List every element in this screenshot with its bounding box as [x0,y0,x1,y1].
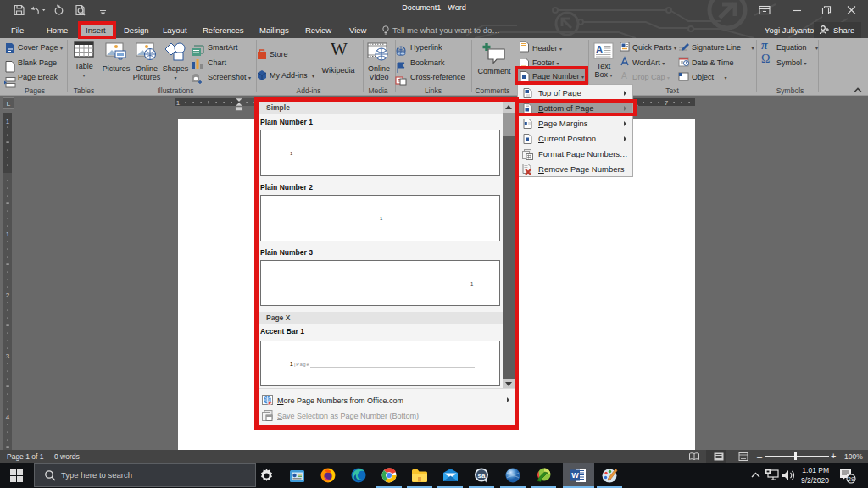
svg-text:2: 2 [6,291,10,299]
svg-text:3: 3 [6,352,10,360]
svg-text:sa: sa [478,472,486,480]
svg-text:29: 29 [848,475,854,483]
svg-text:4: 4 [6,413,10,421]
svg-text:A: A [621,71,627,80]
svg-text:1: 1 [6,230,10,238]
svg-text:1: 1 [6,118,10,125]
svg-text:W: W [571,471,579,480]
svg-text:A: A [596,44,603,54]
svg-text:1: 1 [176,99,181,107]
svg-text:7: 7 [665,99,669,107]
